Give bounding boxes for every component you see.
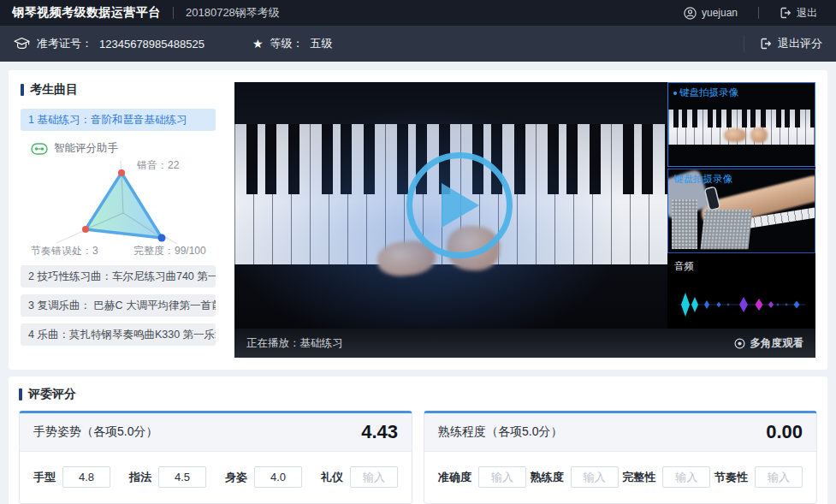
username: yuejuan <box>702 7 738 19</box>
field-proficiency: 熟练度 <box>531 466 619 488</box>
field-accuracy: 准确度 <box>438 466 526 488</box>
multi-angle-button[interactable]: 多角度观看 <box>734 336 804 351</box>
assistant-robot-icon <box>31 143 48 155</box>
mini-keyboard <box>668 110 815 145</box>
level-value: 五级 <box>310 36 332 51</box>
field-etiquette: 礼仪 <box>321 466 398 488</box>
field-posture-label: 身姿 <box>225 470 247 485</box>
level-label: 等级： <box>270 36 303 51</box>
mini-black-keys <box>668 110 815 127</box>
mini-hand-left <box>724 128 746 142</box>
player-status-bar: 正在播放：基础练习 多角度观看 <box>234 329 815 358</box>
scoring-section-title-text: 评委评分 <box>28 387 76 402</box>
assistant-label: 智能评分助手 <box>54 141 118 156</box>
field-hand-shape: 手型 <box>33 466 110 488</box>
top-navbar: 钢琴视频考级数据运营平台 20180728钢琴考级 yuejuan 退出 <box>0 0 836 26</box>
score-card-gesture: 手势姿势（各项5.0分） 4.43 手型 指法 身姿 礼仪 <box>19 411 412 504</box>
main-video[interactable] <box>234 82 667 329</box>
logout-label: 退出 <box>797 6 817 21</box>
multi-angle-label: 多角度观看 <box>750 336 804 351</box>
radar-dot-completeness <box>158 234 166 242</box>
radar-label-rhythm-errors: 节奏错误处：3 <box>31 245 98 257</box>
field-completeness: 完整性 <box>622 466 710 488</box>
recording-dot-icon <box>673 92 677 95</box>
user-icon <box>684 7 697 20</box>
field-etiquette-label: 礼仪 <box>321 470 343 485</box>
field-accuracy-label: 准确度 <box>438 470 471 485</box>
track-item-1[interactable]: 1 基础练习：音阶和琶音基础练习 <box>21 109 216 131</box>
play-icon <box>436 179 483 232</box>
texture-patch-1 <box>672 199 697 249</box>
field-rhythm-label: 节奏性 <box>714 470 748 485</box>
score-card-2-total: 0.00 <box>766 421 803 443</box>
radar-label-completeness: 完整度：99/100 <box>133 245 206 257</box>
camera-view-1[interactable]: 键盘拍摄录像 <box>667 82 815 167</box>
camera-view-1-label: 键盘拍摄录像 <box>679 86 738 99</box>
mini-hand-right <box>750 127 768 143</box>
tracks-panel: 考生曲目 1 基础练习：音阶和琶音基础练习 智能评分助手 <box>21 82 224 358</box>
video-player: 键盘拍摄录像 键盘拍摄录像 音频 <box>234 82 815 358</box>
camera-view-2[interactable]: 键盘拍摄录像 <box>667 169 815 253</box>
field-posture: 身姿 <box>225 466 302 488</box>
radar-chart: 错音：22 节奏错误处：3 完整度：99/100 <box>22 157 216 258</box>
exit-scoring-button[interactable]: 退出评分 <box>744 35 822 52</box>
score-card-1-title: 手势姿势（各项5.0分） <box>33 424 157 440</box>
field-etiquette-input[interactable] <box>350 466 398 488</box>
scoring-section-title: 评委评分 <box>19 387 817 402</box>
user-menu[interactable]: yuejuan <box>684 7 738 20</box>
ticket-number: 12345678985488525 <box>99 38 205 50</box>
section-title-bar <box>21 84 24 96</box>
field-fingering-input[interactable] <box>158 466 206 488</box>
scoring-title-bar <box>19 388 22 400</box>
score-card-proficiency: 熟练程度（各项5.0分） 0.00 准确度 熟练度 完整性 节奏性 <box>424 411 817 504</box>
navbar-divider <box>173 7 174 19</box>
track-item-4[interactable]: 4 乐曲：莫扎特钢琴奏鸣曲K330 第一乐章 <box>21 323 216 346</box>
field-completeness-input[interactable] <box>662 466 710 488</box>
radar-label-wrong-notes: 错音：22 <box>136 159 180 171</box>
smart-scoring-assistant[interactable]: 智能评分助手 <box>31 141 216 156</box>
exit-scoring-icon <box>760 38 772 50</box>
exam-info-bar: 准考证号： 12345678985488525 ★ 等级： 五级 退出评分 <box>0 26 836 62</box>
play-button[interactable] <box>406 152 513 258</box>
scoring-panel: 评委评分 手势姿势（各项5.0分） 4.43 手型 指法 身姿 <box>9 377 827 504</box>
field-rhythm: 节奏性 <box>714 466 803 488</box>
session-title: 20180728钢琴考级 <box>186 5 280 21</box>
graduation-cap-icon <box>14 38 30 50</box>
texture-patch-2 <box>701 210 753 249</box>
field-fingering-label: 指法 <box>129 470 151 485</box>
tracks-section-title-text: 考生曲目 <box>30 82 78 98</box>
field-hand-shape-label: 手型 <box>33 470 56 485</box>
field-hand-shape-input[interactable] <box>62 466 110 488</box>
track-item-2[interactable]: 2 技巧性练习曲：车尔尼练习曲740 第一首 <box>21 265 216 288</box>
field-accuracy-input[interactable] <box>478 466 526 488</box>
score-card-1-total: 4.43 <box>361 421 398 443</box>
star-icon: ★ <box>252 37 264 50</box>
level-info: ★ 等级： 五级 <box>252 36 333 51</box>
field-posture-input[interactable] <box>254 466 302 488</box>
field-proficiency-input[interactable] <box>571 466 619 488</box>
audio-section: 音频 <box>667 253 815 329</box>
camera-view-2-label: 键盘拍摄录像 <box>673 173 732 186</box>
radar-dot-wrong-notes <box>118 169 125 176</box>
field-rhythm-input[interactable] <box>755 466 803 488</box>
logout-icon <box>780 7 792 19</box>
app-title: 钢琴视频考级数据运营平台 <box>12 5 161 21</box>
ticket-label: 准考证号： <box>37 36 92 51</box>
navbar-divider-2 <box>758 7 759 19</box>
eye-icon <box>734 338 745 349</box>
ticket-info: 准考证号： 12345678985488525 <box>14 36 205 51</box>
field-completeness-label: 完整性 <box>622 470 655 485</box>
audio-waveform <box>674 286 809 323</box>
field-fingering: 指法 <box>129 466 206 488</box>
logout-button[interactable]: 退出 <box>780 6 824 21</box>
track-item-3[interactable]: 3 复调乐曲： 巴赫C 大调平均律第一首前奏曲 <box>21 294 216 317</box>
camera-column: 键盘拍摄录像 键盘拍摄录像 音频 <box>667 82 815 329</box>
score-card-2-title: 熟练程度（各项5.0分） <box>438 424 562 440</box>
tracks-section-title: 考生曲目 <box>21 82 216 98</box>
field-proficiency-label: 熟练度 <box>531 470 564 485</box>
now-playing-label: 正在播放：基础练习 <box>246 336 343 351</box>
exit-scoring-label: 退出评分 <box>778 36 822 51</box>
radar-dot-rhythm-errors <box>82 226 89 233</box>
main-panel: 考生曲目 1 基础练习：音阶和琶音基础练习 智能评分助手 <box>9 70 827 370</box>
audio-label: 音频 <box>674 260 694 273</box>
